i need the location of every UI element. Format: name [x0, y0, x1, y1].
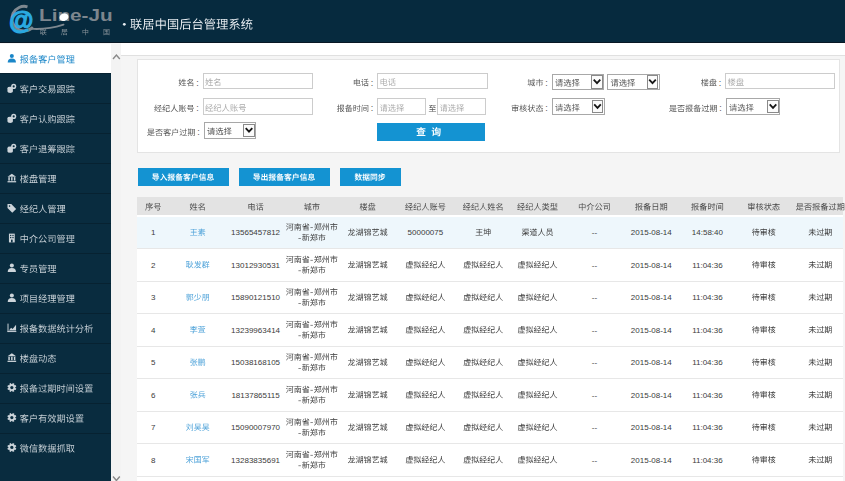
svg-text:13012930531: 13012930531: [231, 261, 280, 270]
svg-text:--: --: [592, 326, 598, 335]
svg-text:Line-Ju: Line-Ju: [39, 6, 113, 25]
svg-text:4: 4: [151, 326, 156, 335]
svg-text::: :: [545, 78, 548, 88]
svg-text:--: --: [592, 261, 598, 270]
svg-text:@: @: [9, 6, 33, 34]
svg-text:2015-08-14: 2015-08-14: [631, 358, 672, 367]
svg-text:3: 3: [151, 293, 156, 302]
svg-text:14:58:40: 14:58:40: [692, 228, 724, 237]
svg-text:2015-08-14: 2015-08-14: [631, 261, 672, 270]
svg-text::: :: [196, 103, 199, 113]
svg-text:15090007970: 15090007970: [231, 423, 280, 432]
svg-text:13565457812: 13565457812: [231, 228, 280, 237]
svg-text:2015-08-14: 2015-08-14: [631, 456, 672, 465]
svg-text:--: --: [592, 456, 598, 465]
svg-text:5: 5: [151, 358, 156, 367]
svg-text:11:04:36: 11:04:36: [692, 456, 723, 465]
svg-text:2015-08-14: 2015-08-14: [631, 326, 672, 335]
svg-text:--: --: [592, 358, 598, 367]
svg-text:50000075: 50000075: [408, 228, 444, 237]
svg-text::: :: [545, 103, 548, 113]
svg-text::: :: [719, 78, 722, 88]
svg-text:18137865115: 18137865115: [231, 391, 280, 400]
svg-text:11:04:36: 11:04:36: [692, 391, 723, 400]
svg-text:2015-08-14: 2015-08-14: [631, 391, 672, 400]
svg-text::: :: [371, 78, 374, 88]
svg-text::: :: [197, 127, 200, 137]
svg-text:13239963414: 13239963414: [231, 326, 280, 335]
svg-text:2015-08-14: 2015-08-14: [631, 293, 672, 302]
svg-text:--: --: [592, 391, 598, 400]
svg-text:7: 7: [151, 423, 156, 432]
svg-text:13283835691: 13283835691: [231, 456, 280, 465]
svg-text:2015-08-14: 2015-08-14: [631, 228, 672, 237]
svg-text:8: 8: [151, 456, 156, 465]
svg-text:--: --: [592, 423, 598, 432]
svg-text::: :: [371, 103, 374, 113]
svg-text:11:04:36: 11:04:36: [692, 358, 723, 367]
svg-text:6: 6: [151, 391, 156, 400]
svg-text:11:04:36: 11:04:36: [692, 293, 723, 302]
svg-text:15890121510: 15890121510: [231, 293, 280, 302]
svg-text::: :: [196, 78, 199, 88]
svg-text:11:04:36: 11:04:36: [692, 423, 723, 432]
svg-text::: :: [719, 103, 722, 113]
svg-text:2: 2: [151, 261, 156, 270]
svg-text:15038168105: 15038168105: [231, 358, 280, 367]
svg-text:1: 1: [151, 228, 156, 237]
svg-text:2015-08-14: 2015-08-14: [631, 423, 672, 432]
svg-text:--: --: [592, 228, 598, 237]
svg-text:11:04:36: 11:04:36: [692, 326, 723, 335]
svg-text:--: --: [592, 293, 598, 302]
svg-text:11:04:36: 11:04:36: [692, 261, 723, 270]
